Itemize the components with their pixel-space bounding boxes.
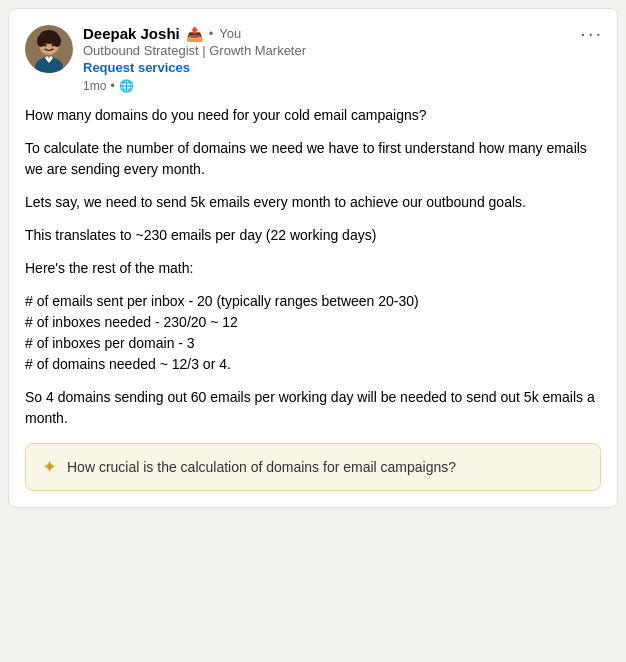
paragraph-1: How many domains do you need for your co…	[25, 105, 601, 126]
author-name[interactable]: Deepak Joshi	[83, 25, 180, 42]
request-services-link[interactable]: Request services	[83, 60, 601, 75]
paragraph-6: # of emails sent per inbox - 20 (typical…	[25, 291, 601, 375]
dot-separator: •	[209, 26, 214, 41]
math-line-2: # of inboxes needed - 230/20 ~ 12	[25, 314, 238, 330]
author-info: Deepak Joshi 📤 • You Outbound Strategist…	[83, 25, 601, 93]
post-content: How many domains do you need for your co…	[25, 105, 601, 429]
math-line-4: # of domains needed ~ 12/3 or 4.	[25, 356, 231, 372]
spark-icon: ✦	[42, 456, 57, 478]
ai-suggestion-box[interactable]: ✦ How crucial is the calculation of doma…	[25, 443, 601, 491]
post-card: ···	[8, 8, 618, 508]
avatar[interactable]	[25, 25, 73, 73]
paragraph-4: This translates to ~230 emails per day (…	[25, 225, 601, 246]
paragraph-2: To calculate the number of domains we ne…	[25, 138, 601, 180]
you-label: You	[219, 26, 241, 41]
more-options-button[interactable]: ···	[580, 23, 603, 43]
post-header: Deepak Joshi 📤 • You Outbound Strategist…	[25, 25, 601, 93]
paragraph-5: Here's the rest of the math:	[25, 258, 601, 279]
name-row: Deepak Joshi 📤 • You	[83, 25, 601, 42]
svg-point-6	[44, 44, 47, 47]
globe-icon: 🌐	[119, 79, 134, 93]
math-line-1: # of emails sent per inbox - 20 (typical…	[25, 293, 419, 309]
svg-point-7	[52, 44, 55, 47]
math-line-3: # of inboxes per domain - 3	[25, 335, 195, 351]
meta-row: 1mo • 🌐	[83, 78, 601, 93]
meta-dot: •	[110, 78, 115, 93]
paragraph-7: So 4 domains sending out 60 emails per w…	[25, 387, 601, 429]
emoji-badge: 📤	[186, 26, 203, 42]
paragraph-3: Lets say, we need to send 5k emails ever…	[25, 192, 601, 213]
post-time: 1mo	[83, 79, 106, 93]
ai-suggestion-text: How crucial is the calculation of domain…	[67, 459, 456, 475]
author-subtitle: Outbound Strategist | Growth Marketer	[83, 43, 601, 58]
